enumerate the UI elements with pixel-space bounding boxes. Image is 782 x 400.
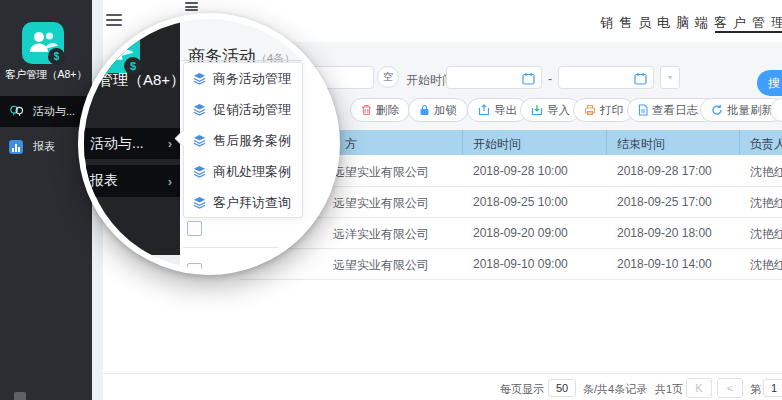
button-label: 导入 (547, 103, 570, 118)
cell-owner: 沈艳红 (750, 257, 782, 274)
column-divider (606, 130, 607, 155)
dropdown-item-business-activity[interactable]: 商务活动管理 (184, 63, 302, 94)
calendar-icon (522, 72, 535, 85)
cell-owner: 沈艳红 (750, 164, 782, 181)
cell-company: 远洋实业有限公司 (333, 226, 429, 243)
sidebar-bottom-icon[interactable] (14, 392, 26, 400)
dropdown-item-label: 促销活动管理 (213, 101, 291, 119)
search-button[interactable]: 搜索 (757, 70, 782, 96)
calendar-icon (634, 72, 647, 85)
tab-sales-client[interactable]: 销售员电脑端客户管理 (600, 14, 782, 32)
button-label: 导出 (494, 103, 517, 118)
printer-icon (584, 104, 596, 116)
start-date-input[interactable] (446, 66, 542, 89)
cell-end: 2018-09-25 17:00 (617, 195, 712, 209)
dropdown-item-label: 商机处理案例 (213, 163, 291, 181)
trash-icon (361, 104, 372, 116)
export-icon (478, 104, 490, 116)
cell-start: 2018-09-28 10:00 (473, 164, 568, 178)
column-divider (739, 130, 740, 155)
dropdown-item-aftersales[interactable]: 售后服务案例 (184, 125, 302, 156)
content-menu-icon[interactable] (185, 2, 198, 11)
button-label: 查看日志 (652, 103, 698, 118)
cell-owner: 沈艳红 (750, 226, 782, 243)
title-underline (183, 60, 323, 61)
layers-icon (193, 165, 206, 178)
bar-chart-icon (9, 140, 23, 154)
tab-active-underline (715, 31, 782, 33)
import-button[interactable]: 导入 (520, 98, 581, 122)
delete-button[interactable]: 删除 (350, 98, 410, 122)
button-label: 加锁 (434, 103, 457, 118)
date-range-separator: - (548, 72, 552, 86)
app-sidebar: $ 客户管理（A8+） 活动与... 报表 (0, 0, 92, 400)
chevron-right-icon: › (168, 136, 172, 151)
layers-icon (193, 103, 206, 116)
page-prefix-label: 第 (750, 382, 761, 397)
dropdown-item-opportunity[interactable]: 商机处理案例 (184, 156, 302, 187)
document-icon (638, 104, 648, 116)
layers-icon (193, 134, 206, 147)
cell-owner: 沈艳红 (750, 195, 782, 212)
cell-start: 2018-09-25 10:00 (473, 195, 568, 209)
filter-expand-toggle[interactable]: ▾ (660, 66, 680, 89)
app-window: $ 客户管理（A8+） 活动与... 报表 销售员电脑端客户管理 空 开始时间 (0, 0, 782, 400)
menu-item-label: 活动与... (90, 135, 144, 153)
layers-icon (193, 72, 206, 85)
magnified-row-checkbox[interactable] (187, 221, 202, 236)
magnifier-overlay: $ 管理（A8+） 活动与... › 报表 › 商务活动 （4条） 商务活动管理 (78, 13, 340, 275)
cell-start: 2018-09-10 09:00 (473, 257, 568, 271)
clear-button[interactable]: 空 (377, 66, 399, 88)
dropdown-item-label: 商务活动管理 (213, 70, 291, 88)
dropdown-panel: 商务活动管理 促销活动管理 售后服务案例 (183, 62, 303, 218)
lock-button[interactable]: 加锁 (408, 98, 468, 122)
cell-start: 2018-09-20 09:00 (473, 226, 568, 240)
button-label: 打印 (600, 103, 623, 118)
button-label: 批量刷新 (727, 103, 773, 118)
export-button[interactable]: 导出 (467, 98, 528, 122)
menu-item-label: 报表 (90, 172, 118, 190)
page-input[interactable]: 1 (763, 379, 782, 397)
dropdown-item-label: 客户拜访查询 (213, 194, 291, 212)
dropdown-item-promotion[interactable]: 促销活动管理 (184, 94, 302, 125)
col-party: 方 (345, 136, 357, 153)
table-row[interactable]: 远望实业有限公司 2018-09-10 09:00 2018-09-10 14:… (240, 248, 782, 279)
cell-company: 远望实业有限公司 (333, 195, 429, 212)
prev-page-button[interactable]: < (717, 378, 743, 398)
app-title: 客户管理（A8+） (0, 68, 92, 82)
dropdown-item-visit-query[interactable]: 客户拜访查询 (184, 187, 302, 218)
cell-company: 远望实业有限公司 (333, 257, 429, 274)
magnified-menu-item-reports[interactable]: 报表 › (78, 165, 180, 197)
currency-badge-icon: $ (48, 48, 65, 65)
print-button[interactable]: 打印 (573, 98, 634, 122)
lock-icon (419, 104, 430, 116)
cell-end: 2018-09-28 17:00 (617, 164, 712, 178)
table-row[interactable]: 远洋实业有限公司 2018-09-20 09:00 2018-09-20 18:… (240, 217, 782, 248)
per-page-input[interactable]: 50 (548, 379, 576, 397)
chevron-right-icon: › (168, 174, 172, 189)
row-divider (240, 279, 782, 280)
cell-end: 2018-09-10 14:00 (617, 257, 712, 271)
sidebar-item-activities[interactable]: 活动与... (0, 96, 92, 127)
first-page-button[interactable]: K (686, 378, 712, 398)
col-owner: 负责人 (750, 136, 782, 153)
magnified-row-checkbox[interactable] (187, 263, 202, 275)
column-divider (462, 130, 463, 155)
sidebar-item-label: 活动与... (33, 104, 75, 119)
refresh-icon (711, 104, 723, 116)
end-date-input[interactable] (558, 66, 654, 89)
total-pages-label: 共1页 (655, 382, 683, 397)
cell-end: 2018-09-20 18:00 (617, 226, 712, 240)
footer-divider (103, 373, 782, 374)
balloons-icon (9, 104, 24, 119)
cell-company: 远望实业有限公司 (333, 164, 429, 181)
col-end-time: 结束时间 (617, 136, 665, 153)
menu-collapse-icon[interactable] (106, 14, 122, 26)
sidebar-item-label: 报表 (33, 139, 55, 154)
button-label: 删除 (376, 103, 399, 118)
col-start-time: 开始时间 (473, 136, 521, 153)
layers-icon (193, 196, 206, 209)
magnified-row-divider (183, 247, 299, 248)
magnified-menu-item-activities[interactable]: 活动与... › (78, 128, 180, 159)
records-label: 条/共4条记录 (583, 382, 647, 397)
